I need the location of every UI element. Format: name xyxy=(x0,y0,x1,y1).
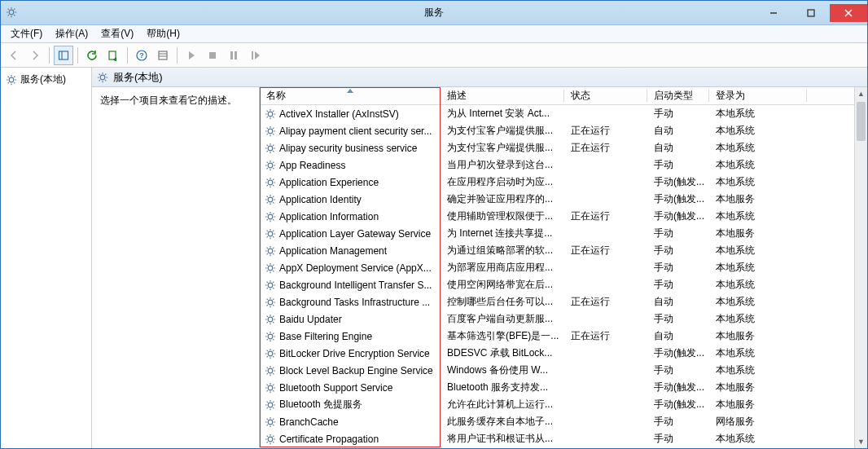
gear-icon xyxy=(265,177,276,188)
titlebar[interactable]: 服务 xyxy=(1,1,867,25)
column-description[interactable]: 描述 xyxy=(441,87,564,104)
column-name[interactable]: 名称 xyxy=(260,87,441,104)
service-logon: 网络服务 xyxy=(709,415,807,429)
service-name: Base Filtering Engine xyxy=(279,331,372,342)
restart-service-button[interactable] xyxy=(245,46,265,65)
main-header-label: 服务(本地) xyxy=(113,70,163,85)
table-row[interactable]: Application Management为通过组策略部署的软...正在运行手… xyxy=(260,242,854,259)
stop-service-button[interactable] xyxy=(203,46,222,65)
vertical-scrollbar[interactable]: ▲ ▼ xyxy=(854,87,867,448)
table-row[interactable]: BranchCache此服务缓存来自本地子...手动网络服务 xyxy=(260,413,854,430)
tree-item-services-local[interactable]: 服务(本地) xyxy=(4,71,88,88)
service-description: BDESVC 承载 BitLock... xyxy=(441,346,564,360)
table-row[interactable]: Alipay security business service为支付宝客户端提… xyxy=(260,139,854,156)
service-logon: 本地系统 xyxy=(709,346,807,360)
service-description: 为部署应用商店应用程... xyxy=(441,261,564,275)
menu-help[interactable]: 帮助(H) xyxy=(142,27,185,41)
service-name: Application Layer Gateway Service xyxy=(279,228,431,240)
service-logon: 本地服务 xyxy=(709,398,807,412)
table-row[interactable]: Base Filtering Engine基本筛选引擎(BFE)是一...正在运… xyxy=(260,328,854,345)
service-description: 为支付宝客户端提供服... xyxy=(441,141,564,155)
service-description: 控制哪些后台任务可以... xyxy=(441,295,564,309)
minimize-button[interactable] xyxy=(755,4,792,22)
scroll-down-icon[interactable]: ▼ xyxy=(855,435,867,448)
separator xyxy=(127,47,128,64)
service-logon: 本地服务 xyxy=(709,227,807,240)
service-name: AppX Deployment Service (AppX... xyxy=(279,262,432,274)
table-row[interactable]: Bluetooth Support ServiceBluetooth 服务支持发… xyxy=(260,379,854,396)
maximize-button[interactable] xyxy=(792,4,830,22)
table-row[interactable]: AppX Deployment Service (AppX...为部署应用商店应… xyxy=(260,259,854,276)
service-description: Bluetooth 服务支持发... xyxy=(441,381,564,394)
service-name: Background Tasks Infrastructure ... xyxy=(279,297,430,308)
window: 服务 文件(F) 操作(A) 查看(V) 帮助(H) 服 xyxy=(0,0,868,449)
table-row[interactable]: Baidu Updater百度客户端自动更新服...手动本地系统 xyxy=(260,310,854,328)
menu-view[interactable]: 查看(V) xyxy=(96,27,138,41)
service-startup: 手动 xyxy=(647,261,709,275)
service-logon: 本地系统 xyxy=(709,363,807,377)
service-description: 此服务缓存来自本地子... xyxy=(441,415,564,429)
gear-icon xyxy=(265,143,276,154)
table-row[interactable]: Background Intelligent Transfer S...使用空闲… xyxy=(260,276,854,293)
column-status[interactable]: 状态 xyxy=(564,87,647,104)
menu-file[interactable]: 文件(F) xyxy=(6,27,47,41)
table-row[interactable]: Certificate Propagation将用户证书和根证书从...手动本地… xyxy=(260,430,854,447)
table-row[interactable]: Background Tasks Infrastructure ...控制哪些后… xyxy=(260,293,854,310)
service-name: Bluetooth Support Service xyxy=(279,382,392,394)
service-name: Alipay payment client security ser... xyxy=(279,125,432,137)
service-description: 当用户初次登录到这台... xyxy=(441,158,564,172)
gear-icon xyxy=(265,245,276,257)
gear-icon xyxy=(6,7,19,20)
back-button[interactable] xyxy=(4,46,24,65)
scroll-up-icon[interactable]: ▲ xyxy=(855,87,867,100)
export-button[interactable] xyxy=(103,46,123,65)
table-row[interactable]: ActiveX Installer (AxInstSV)为从 Internet … xyxy=(260,105,854,122)
table-row[interactable]: Bluetooth 免提服务允许在此计算机上运行...手动(触发...本地服务 xyxy=(260,396,854,413)
menu-action[interactable]: 操作(A) xyxy=(50,27,93,41)
table-row[interactable]: Application Layer Gateway Service为 Inter… xyxy=(260,225,854,242)
scroll-thumb[interactable] xyxy=(857,102,866,141)
refresh-button[interactable] xyxy=(82,46,102,65)
start-service-button[interactable] xyxy=(182,46,201,65)
service-description: 为 Internet 连接共享提... xyxy=(441,227,564,240)
gear-icon xyxy=(6,74,17,86)
service-logon: 本地系统 xyxy=(709,295,807,309)
service-name: Application Information xyxy=(279,211,379,222)
service-startup: 手动 xyxy=(647,432,709,446)
service-startup: 手动 xyxy=(647,158,709,172)
service-logon: 本地系统 xyxy=(709,141,807,155)
service-logon: 本地系统 xyxy=(709,244,807,258)
pause-service-button[interactable] xyxy=(224,46,243,65)
service-startup: 自动 xyxy=(647,141,709,155)
service-startup: 手动(触发... xyxy=(647,381,709,394)
table-row[interactable]: Alipay payment client security ser...为支付… xyxy=(260,122,854,139)
column-startup[interactable]: 启动类型 xyxy=(647,87,709,104)
table-row[interactable]: Application Identity确定并验证应用程序的...手动(触发..… xyxy=(260,191,854,208)
service-name: Background Intelligent Transfer S... xyxy=(279,280,432,291)
table-row[interactable]: Application Experience在应用程序启动时为应...手动(触发… xyxy=(260,174,854,191)
gear-icon xyxy=(265,108,276,120)
close-button[interactable] xyxy=(830,4,867,22)
description-pane: 选择一个项目来查看它的描述。 xyxy=(92,87,260,448)
table-row[interactable]: Application Information使用辅助管理权限便于...正在运行… xyxy=(260,208,854,225)
properties-button[interactable] xyxy=(153,46,173,65)
service-name: Baidu Updater xyxy=(279,314,342,325)
help-button[interactable] xyxy=(132,46,151,65)
service-name: Application Identity xyxy=(279,194,362,205)
service-startup: 手动(触发... xyxy=(647,346,709,360)
table-row[interactable]: Block Level Backup Engine ServiceWindows… xyxy=(260,362,854,379)
service-rows: ActiveX Installer (AxInstSV)为从 Internet … xyxy=(260,105,854,448)
show-hide-tree-button[interactable] xyxy=(54,46,73,65)
service-name: Block Level Backup Engine Service xyxy=(279,365,433,376)
column-logon[interactable]: 登录为 xyxy=(709,87,807,104)
forward-button[interactable] xyxy=(25,46,45,65)
table-row[interactable]: App Readiness当用户初次登录到这台...手动本地系统 xyxy=(260,156,854,174)
service-description: 将用户证书和根证书从... xyxy=(441,432,564,446)
table-row[interactable]: BitLocker Drive Encryption ServiceBDESVC… xyxy=(260,345,854,362)
main-pane: 服务(本地) 选择一个项目来查看它的描述。 名称 描述 状态 启动类型 登录为 … xyxy=(92,68,867,448)
service-logon: 本地系统 xyxy=(709,209,807,223)
description-prompt: 选择一个项目来查看它的描述。 xyxy=(100,94,251,108)
service-startup: 手动 xyxy=(647,312,709,326)
service-description: 在应用程序启动时为应... xyxy=(441,175,564,189)
gear-icon xyxy=(265,160,276,171)
